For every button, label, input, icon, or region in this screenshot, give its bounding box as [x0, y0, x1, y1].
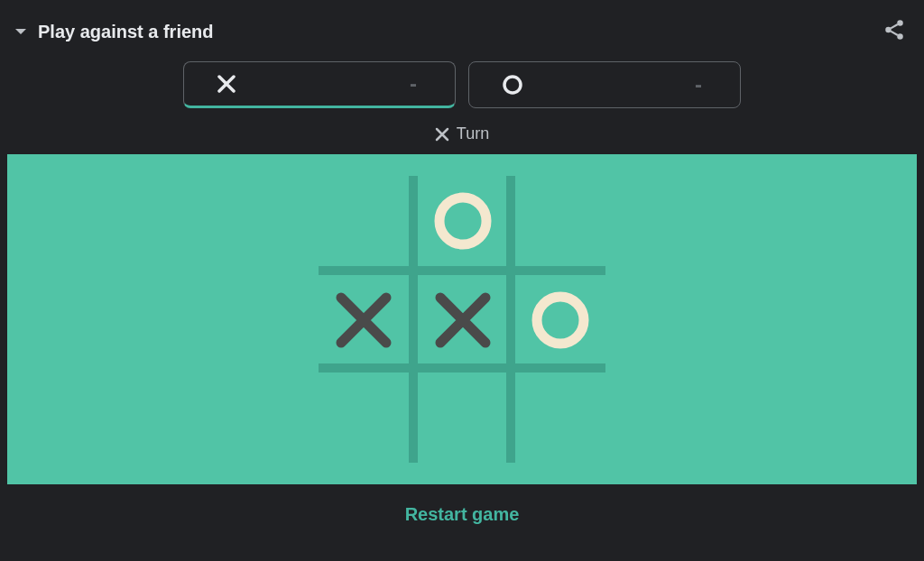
header: Play against a friend — [14, 9, 910, 61]
cell-0[interactable] — [319, 176, 409, 266]
turn-indicator: Turn — [14, 124, 910, 143]
cell-7[interactable] — [418, 372, 508, 463]
cell-6[interactable] — [319, 372, 409, 463]
o-mark-icon — [431, 189, 494, 253]
x-icon — [217, 74, 236, 94]
share-icon — [882, 29, 906, 44]
svg-point-3 — [504, 77, 521, 93]
restart-button[interactable]: Restart game — [405, 504, 520, 525]
score-o-value: - — [695, 72, 702, 97]
chevron-down-icon — [14, 27, 27, 36]
mode-label: Play against a friend — [38, 22, 214, 42]
board-area — [7, 154, 917, 484]
mode-selector[interactable]: Play against a friend — [14, 22, 214, 42]
footer: Restart game — [14, 484, 910, 545]
x-mark-icon — [431, 289, 494, 352]
grid-line — [319, 266, 605, 275]
cell-5 — [515, 275, 605, 365]
svg-point-4 — [439, 198, 486, 244]
score-x-value: - — [410, 71, 417, 97]
o-mark-icon — [529, 289, 592, 352]
share-button[interactable] — [879, 14, 910, 49]
cell-1 — [418, 176, 508, 266]
cell-2[interactable] — [515, 176, 605, 266]
cell-8[interactable] — [515, 372, 605, 463]
turn-label: Turn — [457, 124, 489, 143]
svg-point-1 — [885, 27, 892, 33]
svg-point-0 — [897, 20, 903, 26]
game-container: Play against a friend - — [0, 0, 924, 561]
svg-point-2 — [897, 33, 903, 40]
x-mark-icon — [332, 289, 395, 352]
cell-4 — [418, 275, 508, 365]
cell-3 — [319, 275, 409, 365]
turn-x-icon — [435, 127, 449, 142]
o-icon — [502, 74, 523, 96]
score-row: - - — [14, 61, 910, 108]
svg-point-5 — [537, 297, 584, 344]
grid-line — [409, 176, 418, 463]
score-card-x[interactable]: - — [183, 61, 456, 108]
score-card-o[interactable]: - — [468, 61, 741, 108]
board — [319, 176, 605, 463]
